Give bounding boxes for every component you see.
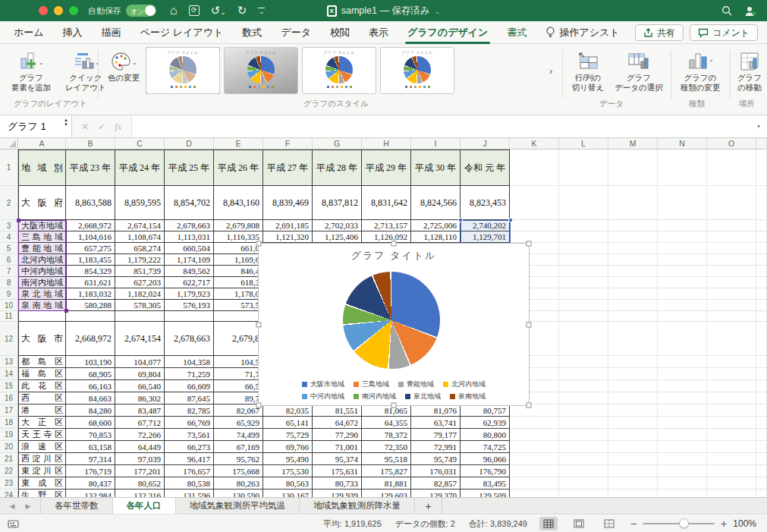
cell-J23[interactable]: 83,495	[461, 477, 510, 490]
cell-L18[interactable]	[559, 417, 608, 429]
cell-A13[interactable]: 都島区	[18, 356, 66, 368]
cell-E21[interactable]: 95,762	[214, 453, 263, 465]
cell-D22[interactable]: 176,657	[165, 465, 214, 477]
cell-P7[interactable]	[756, 266, 767, 277]
cell-E2[interactable]: 8,843,160	[214, 186, 263, 220]
cell-B12[interactable]: 2,668,972	[66, 322, 115, 356]
cell-L20[interactable]	[559, 441, 608, 453]
cell-M8[interactable]	[608, 277, 658, 288]
cell-O10[interactable]	[707, 300, 756, 311]
cell-O20[interactable]	[707, 441, 756, 453]
legend-item-中河内地域[interactable]: 中河内地域	[302, 392, 344, 401]
cell-J2[interactable]: 8,823,453	[461, 186, 510, 220]
cell-I1[interactable]: 平成 30 年	[411, 150, 461, 186]
cell-L9[interactable]	[559, 288, 608, 300]
cell-I21[interactable]: 95,749	[411, 453, 461, 465]
col-header-D[interactable]: D	[165, 138, 214, 149]
comments-button[interactable]: コメント	[690, 24, 758, 41]
cell-L24[interactable]	[559, 490, 608, 497]
cell-B10[interactable]: 580,288	[66, 300, 115, 311]
cell-C14[interactable]: 69,804	[115, 368, 165, 380]
cell-E11[interactable]	[214, 311, 263, 322]
chart-selection-handle[interactable]	[527, 403, 532, 408]
cell-A19[interactable]: 天王寺区	[18, 429, 66, 441]
cell-N9[interactable]	[658, 288, 707, 300]
cell-L11[interactable]	[559, 311, 608, 322]
change-colors-button[interactable]: ⌄ 色の変更	[105, 50, 143, 83]
cell-L13[interactable]	[559, 356, 608, 368]
cell-L6[interactable]	[559, 254, 608, 266]
cell-A7[interactable]: 中河内地域	[18, 266, 66, 277]
cell-C3[interactable]: 2,674,154	[115, 220, 165, 231]
cell-N16[interactable]	[658, 392, 707, 405]
sheet-tab-地域気象観測所平均気温[interactable]: 地域気象観測所平均気温	[176, 498, 300, 514]
name-box[interactable]: グラフ 1 ▲▼	[0, 115, 72, 137]
add-sheet-button[interactable]: +	[415, 498, 442, 514]
cell-K23[interactable]	[510, 477, 559, 490]
cell-P19[interactable]	[756, 429, 767, 441]
cell-C21[interactable]: 97,039	[115, 453, 165, 465]
cell-D4[interactable]: 1,113,031	[165, 231, 214, 243]
cell-L17[interactable]	[559, 405, 608, 417]
cell-M21[interactable]	[608, 453, 658, 465]
add-chart-element-button[interactable]: ⌄ グラフ 要素を追加	[8, 50, 55, 92]
cell-E7[interactable]: 846,4	[214, 266, 263, 277]
col-header-H[interactable]: H	[362, 138, 411, 149]
cell-F17[interactable]: 82,035	[263, 405, 313, 417]
maximize-window-button[interactable]	[69, 6, 78, 15]
cell-B15[interactable]: 66,163	[66, 380, 115, 392]
prev-sheet-icon[interactable]: ◀	[10, 502, 15, 510]
cell-M11[interactable]	[608, 311, 658, 322]
cell-D19[interactable]: 73,561	[165, 429, 214, 441]
cell-C12[interactable]: 2,674,154	[115, 322, 165, 356]
legend-item-大阪市地域[interactable]: 大阪市地域	[302, 379, 344, 389]
cell-C9[interactable]: 1,182,024	[115, 288, 165, 300]
cell-A14[interactable]: 福島区	[18, 368, 66, 380]
cell-C16[interactable]: 86,302	[115, 392, 165, 405]
row-header-23[interactable]: 23	[0, 477, 18, 490]
next-sheet-icon[interactable]: ▶	[26, 502, 31, 510]
cell-M2[interactable]	[608, 186, 658, 220]
cell-B22[interactable]: 176,719	[66, 465, 115, 477]
cell-C20[interactable]: 64,449	[115, 441, 165, 453]
sheet-tab-各年世帯数[interactable]: 各年世帯数	[41, 498, 113, 514]
cell-C2[interactable]: 8,859,595	[115, 186, 165, 220]
cell-E8[interactable]: 618,3	[214, 277, 263, 288]
chart-title[interactable]: グラフ タイトル	[259, 249, 529, 263]
formula-input[interactable]	[131, 115, 750, 137]
cell-O16[interactable]	[707, 392, 756, 405]
legend-item-南河内地域[interactable]: 南河内地域	[354, 392, 396, 401]
cell-A24[interactable]: 生野区	[18, 490, 66, 497]
col-header-K[interactable]: K	[510, 138, 559, 149]
zoom-level[interactable]: 100%	[733, 518, 756, 529]
cell-D8[interactable]: 622,717	[165, 277, 214, 288]
cell-E9[interactable]: 1,178,0	[214, 288, 263, 300]
cell-F23[interactable]: 80,563	[263, 477, 313, 490]
legend-item-豊能地域[interactable]: 豊能地域	[398, 379, 434, 389]
chart-legend[interactable]: 大阪市地域三島地域豊能地域北河内地域中河内地域南河内地域泉北地域泉南地域	[259, 379, 529, 401]
cell-K21[interactable]	[510, 453, 559, 465]
cell-E15[interactable]: 66,5	[214, 380, 263, 392]
cell-P24[interactable]	[756, 490, 767, 497]
cell-O11[interactable]	[707, 311, 756, 322]
cell-D7[interactable]: 849,562	[165, 266, 214, 277]
cell-O23[interactable]	[707, 477, 756, 490]
cell-F22[interactable]: 175,530	[263, 465, 313, 477]
cell-E1[interactable]: 平成 26 年	[214, 150, 263, 186]
cell-C8[interactable]: 627,203	[115, 277, 165, 288]
ribbon-tab-ページ レイアウト[interactable]: ページ レイアウト	[140, 21, 224, 44]
cell-P5[interactable]	[756, 243, 767, 254]
cell-C1[interactable]: 平成 24 年	[115, 150, 165, 186]
quick-layout-button[interactable]: ⌄ 色の変更 クイック レイアウト	[62, 50, 109, 92]
zoom-in-icon[interactable]: +	[721, 518, 727, 530]
row-header-4[interactable]: 4	[0, 231, 18, 243]
cell-B24[interactable]: 132,984	[66, 490, 115, 497]
cell-E14[interactable]: 71,7	[214, 368, 263, 380]
cell-O7[interactable]	[707, 266, 756, 277]
cell-H18[interactable]: 64,355	[362, 417, 411, 429]
cell-O2[interactable]	[707, 186, 756, 220]
cell-N8[interactable]	[658, 277, 707, 288]
cell-D18[interactable]: 66,769	[165, 417, 214, 429]
legend-item-泉北地域[interactable]: 泉北地域	[405, 392, 441, 401]
col-header-N[interactable]: N	[658, 138, 707, 149]
